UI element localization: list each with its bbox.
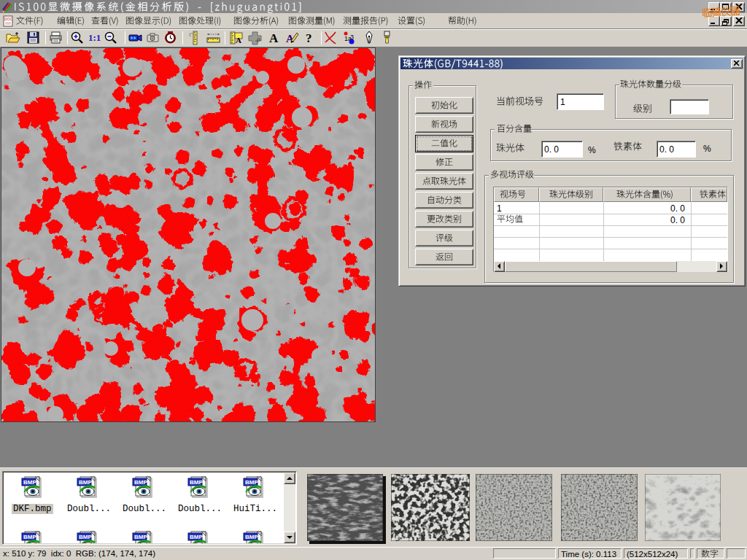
svg-text:BMP: BMP (23, 479, 36, 486)
svg-text:A: A (236, 36, 241, 44)
svg-text:BMP: BMP (245, 534, 258, 540)
svg-text:BMP: BMP (134, 479, 147, 486)
svg-text:?: ? (306, 31, 312, 45)
svg-text:A: A (269, 31, 279, 45)
svg-text:BMP: BMP (190, 479, 203, 486)
svg-text:BMP: BMP (190, 534, 203, 540)
svg-text:DOC: DOC (4, 17, 13, 21)
svg-text:BMP: BMP (23, 534, 36, 540)
svg-text:BMP: BMP (79, 479, 92, 486)
svg-text:1:1: 1:1 (88, 32, 101, 43)
svg-text:BMP: BMP (245, 479, 258, 486)
svg-text:BMP: BMP (79, 534, 92, 540)
svg-text:BMP: BMP (134, 534, 147, 540)
